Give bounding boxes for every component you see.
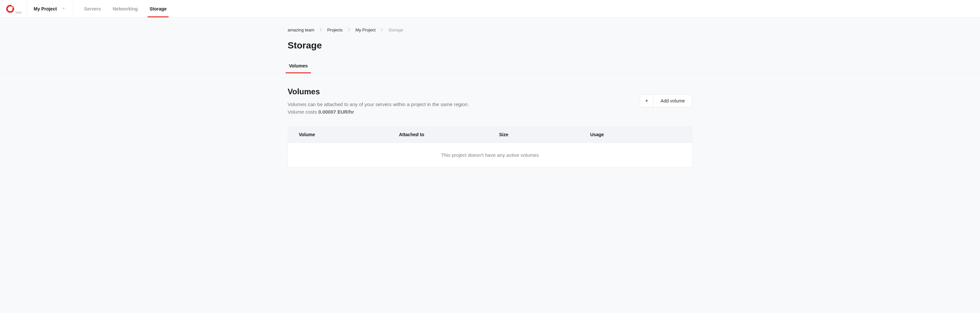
chevron-right-icon <box>320 28 322 32</box>
section-title: Volumes <box>288 87 469 96</box>
breadcrumb-project[interactable]: My Project <box>356 27 375 32</box>
breadcrumb-current: Storage <box>388 27 403 32</box>
volumes-table: Volume Attached to Size Usage This proje… <box>288 126 692 167</box>
page-header-area: amazing team Projects My Project Storage… <box>0 18 980 73</box>
logo[interactable]: beta <box>0 0 27 17</box>
section-desc-cost: Volume costs 0.00007 EUR/hr <box>288 108 469 116</box>
breadcrumb-team[interactable]: amazing team <box>288 27 315 32</box>
chevron-right-icon <box>348 28 350 32</box>
tab-volumes[interactable]: Volumes <box>288 60 309 73</box>
col-usage: Usage <box>590 132 681 137</box>
nav-link-storage[interactable]: Storage <box>144 0 172 17</box>
logo-beta-label: beta <box>16 11 22 14</box>
col-attached-to: Attached to <box>399 132 499 137</box>
nav-links: Servers Networking Storage <box>78 0 172 17</box>
add-volume-button[interactable]: + Add volume <box>640 94 692 107</box>
breadcrumb: amazing team Projects My Project Storage <box>288 18 692 40</box>
chevron-down-icon <box>61 6 66 11</box>
page: amazing team Projects My Project Storage… <box>0 18 980 187</box>
sub-tabs: Volumes <box>288 60 692 73</box>
volumes-section-text: Volumes Volumes can be attached to any o… <box>288 87 469 115</box>
chevron-right-icon <box>381 28 383 32</box>
volumes-section: Volumes Volumes can be attached to any o… <box>288 73 692 115</box>
table-header: Volume Attached to Size Usage <box>288 126 692 143</box>
table-body: This project doesn't have any active vol… <box>288 143 692 167</box>
section-description: Volumes can be attached to any of your s… <box>288 101 469 115</box>
plus-icon: + <box>640 94 653 107</box>
nav-link-servers[interactable]: Servers <box>78 0 107 17</box>
section-desc-line1: Volumes can be attached to any of your s… <box>288 101 469 108</box>
section-desc-cost-prefix: Volume costs <box>288 109 318 115</box>
top-nav: beta My Project Servers Networking Stora… <box>0 0 980 18</box>
section-desc-cost-value: 0.00007 EUR/hr <box>318 109 354 115</box>
nav-link-networking[interactable]: Networking <box>107 0 144 17</box>
breadcrumb-projects[interactable]: Projects <box>327 27 343 32</box>
add-volume-button-label: Add volume <box>653 98 692 103</box>
page-title: Storage <box>288 40 692 60</box>
project-selector[interactable]: My Project <box>27 0 74 17</box>
col-volume: Volume <box>299 132 399 137</box>
empty-state: This project doesn't have any active vol… <box>288 143 692 167</box>
logo-icon <box>6 5 14 13</box>
project-name: My Project <box>34 6 57 11</box>
col-size: Size <box>499 132 590 137</box>
svg-point-2 <box>12 6 13 7</box>
